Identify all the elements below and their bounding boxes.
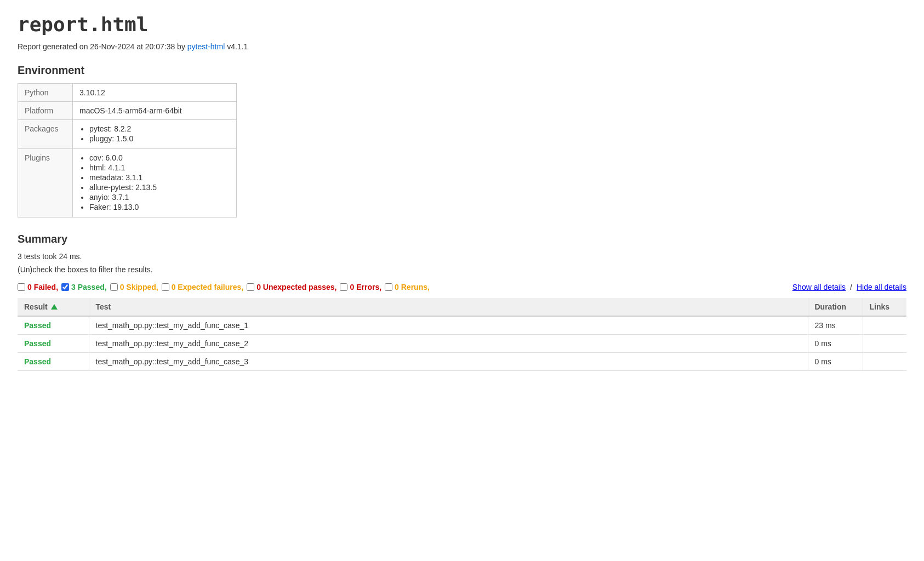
meta-version: v4.1.1: [227, 42, 248, 51]
env-value: pytest: 8.2.2pluggy: 1.5.0: [73, 120, 237, 149]
table-row: Passedtest_math_op.py::test_my_add_func_…: [18, 316, 906, 335]
duration-cell: 0 ms: [808, 353, 863, 371]
slash-separator: /: [850, 283, 852, 291]
result-cell: Passed: [18, 353, 89, 371]
filter-checkbox-unexpected-passes[interactable]: [247, 283, 254, 291]
filter-label-passed[interactable]: 3 Passed,: [71, 283, 107, 291]
test-cell: test_math_op.py::test_my_add_func_case_1: [89, 316, 808, 335]
filter-count: 0 Unexpected passes,: [256, 283, 336, 291]
result-cell: Passed: [18, 335, 89, 353]
show-all-details-link[interactable]: Show all details: [792, 283, 846, 291]
filter-hint: (Un)check the boxes to filter the result…: [18, 265, 906, 274]
environment-table: Python3.10.12PlatformmacOS-14.5-arm64-ar…: [18, 83, 237, 217]
environment-heading: Environment: [18, 64, 906, 77]
links-cell: [863, 335, 906, 353]
test-cell: test_math_op.py::test_my_add_func_case_2: [89, 335, 808, 353]
report-meta: Report generated on 26-Nov-2024 at 20:07…: [18, 42, 906, 51]
filter-count: 0 Skipped,: [120, 283, 158, 291]
filter-checkbox-skipped[interactable]: [110, 283, 118, 291]
filter-item-errors: 0 Errors,: [340, 283, 381, 291]
col-header-links: Links: [863, 298, 906, 316]
filter-label-failed[interactable]: 0 Failed,: [27, 283, 58, 291]
filter-row: 0 Failed,3 Passed,0 Skipped,0 Expected f…: [18, 283, 906, 291]
filter-checkbox-failed[interactable]: [18, 283, 25, 291]
env-key: Plugins: [18, 149, 73, 217]
filter-count: 0 Reruns,: [395, 283, 430, 291]
env-key: Python: [18, 84, 73, 102]
env-list-item: pytest: 8.2.2: [89, 124, 230, 133]
col-header-duration: Duration: [808, 298, 863, 316]
filter-item-unexpected-passes: 0 Unexpected passes,: [247, 283, 336, 291]
details-separator: Show all details / Hide all details: [792, 283, 906, 291]
env-list-item: anyio: 3.7.1: [89, 193, 230, 202]
stats-text: 3 tests took 24 ms.: [18, 252, 906, 261]
table-row: Passedtest_math_op.py::test_my_add_func_…: [18, 353, 906, 371]
filter-item-failed: 0 Failed,: [18, 283, 58, 291]
summary-section: 3 tests took 24 ms. (Un)check the boxes …: [18, 252, 906, 274]
env-value: cov: 6.0.0html: 4.1.1metadata: 3.1.1allu…: [73, 149, 237, 217]
filter-item-skipped: 0 Skipped,: [110, 283, 158, 291]
env-list-item: allure-pytest: 2.13.5: [89, 183, 230, 192]
filter-item-expected-failures: 0 Expected failures,: [162, 283, 244, 291]
summary-heading: Summary: [18, 233, 906, 245]
env-value: 3.10.12: [73, 84, 237, 102]
col-header-test: Test: [89, 298, 808, 316]
filter-count: 0 Errors,: [350, 283, 381, 291]
filter-label-errors[interactable]: 0 Errors,: [350, 283, 381, 291]
filter-checkbox-errors[interactable]: [340, 283, 347, 291]
filter-label-skipped[interactable]: 0 Skipped,: [120, 283, 158, 291]
results-table: Result Test Duration Links Passedtest_ma…: [18, 298, 906, 371]
filter-checkbox-passed[interactable]: [61, 283, 69, 291]
result-cell: Passed: [18, 316, 89, 335]
pytest-html-link[interactable]: pytest-html: [187, 42, 225, 51]
links-cell: [863, 353, 906, 371]
env-list-item: Faker: 19.13.0: [89, 203, 230, 211]
env-list-item: cov: 6.0.0: [89, 153, 230, 162]
env-value: macOS-14.5-arm64-arm-64bit: [73, 102, 237, 120]
table-row: Passedtest_math_op.py::test_my_add_func_…: [18, 335, 906, 353]
test-cell: test_math_op.py::test_my_add_func_case_3: [89, 353, 808, 371]
meta-prefix: Report generated on: [18, 42, 90, 51]
filter-label-unexpected-passes[interactable]: 0 Unexpected passes,: [256, 283, 336, 291]
filter-item-reruns: 0 Reruns,: [385, 283, 430, 291]
col-header-result: Result: [18, 298, 89, 316]
filter-item-passed: 3 Passed,: [61, 283, 107, 291]
meta-date: 26-Nov-2024 at 20:07:38: [90, 42, 175, 51]
filter-count: 3 Passed,: [71, 283, 107, 291]
filter-checkbox-expected-failures[interactable]: [162, 283, 169, 291]
duration-cell: 23 ms: [808, 316, 863, 335]
filter-count: 0 Expected failures,: [172, 283, 244, 291]
env-list-item: metadata: 3.1.1: [89, 173, 230, 182]
filter-checkbox-reruns[interactable]: [385, 283, 392, 291]
hide-all-details-link[interactable]: Hide all details: [857, 283, 906, 291]
page-title: report.html: [18, 13, 906, 36]
filter-label-reruns[interactable]: 0 Reruns,: [395, 283, 430, 291]
env-key: Packages: [18, 120, 73, 149]
env-list-item: html: 4.1.1: [89, 163, 230, 172]
env-list-item: pluggy: 1.5.0: [89, 134, 230, 143]
sort-arrow-icon[interactable]: [51, 304, 58, 310]
links-cell: [863, 316, 906, 335]
duration-cell: 0 ms: [808, 335, 863, 353]
env-key: Platform: [18, 102, 73, 120]
meta-by: by: [177, 42, 187, 51]
filter-label-expected-failures[interactable]: 0 Expected failures,: [172, 283, 244, 291]
filter-count: 0 Failed,: [27, 283, 58, 291]
